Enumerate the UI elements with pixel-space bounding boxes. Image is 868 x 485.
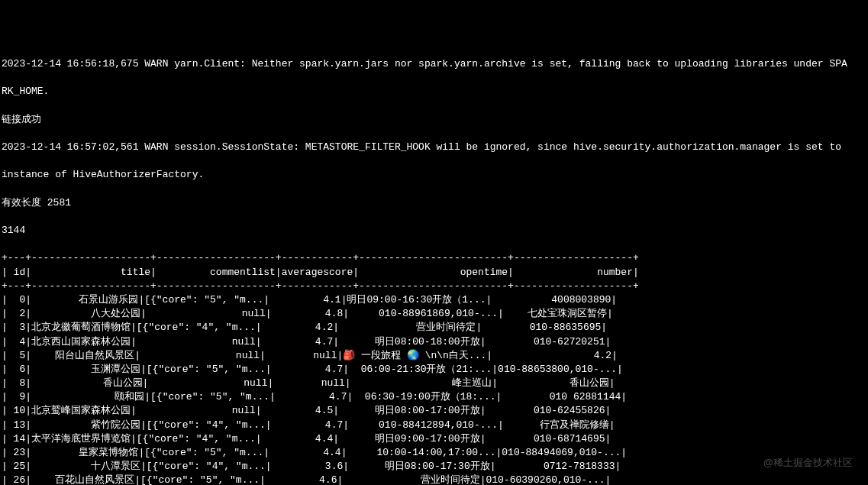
- log-line-2: RK_HOME.: [2, 85, 866, 99]
- log-line-4: 2023-12-14 16:57:02,561 WARN session.Ses…: [2, 141, 866, 154]
- log-line-1: 2023-12-14 16:56:18,675 WARN yarn.Client…: [2, 57, 866, 71]
- log-line-6: 有效长度 2581: [2, 196, 866, 210]
- data-table: +---+--------------------+--------------…: [2, 251, 866, 485]
- watermark: @稀土掘金技术社区: [763, 456, 853, 470]
- log-line-7: 3144: [2, 224, 866, 238]
- log-line-3: 链接成功: [2, 113, 866, 127]
- log-line-5: instance of HiveAuthorizerFactory.: [2, 168, 866, 182]
